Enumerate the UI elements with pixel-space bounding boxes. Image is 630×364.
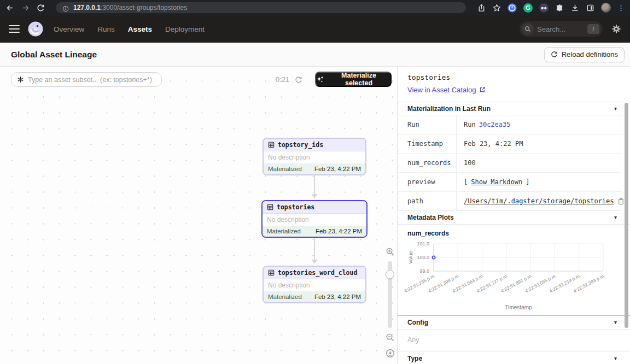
zoom-controls [383, 247, 397, 358]
reading-list-icon[interactable] [586, 3, 594, 12]
refresh-timer: 0:21 [276, 72, 302, 87]
asset-status-row: Materialized Feb 23, 4:22 PM [264, 163, 365, 174]
table-row: path /Users/tim/.dagster/storage/topstor… [398, 192, 621, 211]
search-shortcut-badge: / [587, 24, 599, 34]
section-type[interactable]: Type ▾ [398, 351, 630, 364]
section-materialization-last-run[interactable]: Materialization in Last Run ▾ [398, 102, 630, 115]
table-row: Timestamp Feb 23, 4:22 PM [398, 134, 621, 154]
metadata-plot-svg: 99.0100.0101.04:22:51.235 p.m.4:22:51.39… [398, 239, 630, 315]
copy-path-icon[interactable] [617, 198, 625, 205]
nav-menu-icon[interactable] [9, 25, 20, 33]
materialize-selected-button[interactable]: Materialize selected [315, 72, 392, 87]
nav-item-assets[interactable]: Assets [128, 25, 152, 33]
extension-grammarly-icon[interactable]: G [523, 3, 533, 13]
page-header: Global Asset Lineage Reload definitions [0, 43, 630, 67]
table-grid-icon [268, 269, 275, 276]
svg-text:100.0: 100.0 [417, 255, 429, 260]
extension-password-icon[interactable] [508, 3, 517, 13]
page-title: Global Asset Lineage [11, 50, 97, 60]
asset-status-row: Materialized Feb 23, 4:22 PM [262, 226, 366, 237]
bookmark-star-icon[interactable] [492, 3, 501, 12]
reload-page-icon[interactable] [36, 3, 45, 12]
status-badge: Materialized [267, 228, 301, 234]
refresh-icon[interactable] [295, 76, 302, 84]
extensions-puzzle-icon[interactable] [555, 3, 564, 12]
svg-text:99.0: 99.0 [419, 268, 429, 274]
browser-toolbar: 127.0.0.1:3000/asset-groups/topstories G… [0, 0, 630, 15]
view-in-asset-catalog-link[interactable]: View in Asset Catalog [407, 84, 486, 95]
asset-detail-panel: topstories View in Asset Catalog Materia… [397, 67, 630, 364]
svg-text:101.0: 101.0 [417, 241, 429, 246]
plot-metric-name: num_records [398, 225, 630, 239]
table-row: num_records 100 [398, 154, 621, 173]
zoom-slider[interactable] [388, 261, 392, 328]
asset-name: topstories_word_cloud [278, 269, 357, 277]
selected-asset-name: topstories [407, 73, 630, 83]
config-value: Any [398, 330, 630, 351]
external-link-icon [479, 86, 486, 93]
materialization-timestamp: Feb 23, 4:22 PM [314, 166, 361, 172]
run-id-link[interactable]: 30c2ea35 [479, 121, 511, 128]
reset-zoom-icon[interactable] [386, 349, 395, 358]
storage-path-link[interactable]: /Users/tim/.dagster/storage/topstories [464, 197, 614, 205]
materialization-table: Run Run 30c2ea35 Timestamp Feb 23, 4:22 … [398, 115, 621, 211]
nav-item-overview[interactable]: Overview [54, 25, 84, 33]
browser-menu-icon[interactable]: ⋮ [617, 4, 625, 12]
asset-graph-canvas[interactable]: 0:21 Materialize selected topstory_ids N… [0, 67, 397, 364]
back-icon[interactable] [5, 3, 14, 12]
nav-item-deployment[interactable]: Deployment [165, 25, 205, 33]
site-info-icon[interactable] [62, 4, 69, 11]
section-metadata-plots[interactable]: Metadata Plots ▾ [398, 211, 630, 225]
asset-subset-filter[interactable] [11, 72, 162, 87]
asset-description: No description [264, 279, 365, 291]
browser-profile-avatar[interactable] [601, 3, 611, 13]
svg-text:Timestamp: Timestamp [505, 304, 532, 310]
nav-item-runs[interactable]: Runs [97, 25, 115, 33]
show-markdown-link[interactable]: Show Markdown [471, 178, 522, 186]
asterisk-filter-icon [17, 76, 24, 83]
nav-items: Overview Runs Assets Deployment [54, 25, 205, 33]
app-navbar: Overview Runs Assets Deployment / [0, 15, 630, 43]
timer-countdown: 0:21 [276, 75, 289, 84]
caret-down-icon: ▾ [614, 320, 617, 325]
zoom-in-icon[interactable] [386, 247, 395, 256]
asset-subset-input[interactable] [28, 76, 156, 84]
materialization-timestamp: Feb 23, 4:22 PM [316, 228, 362, 234]
screen: 127.0.0.1:3000/asset-groups/topstories G… [0, 0, 630, 364]
asset-node-topstories[interactable]: topstories No description Materialized F… [261, 200, 368, 238]
zoom-slider-handle[interactable] [386, 270, 394, 279]
downloads-icon[interactable] [570, 3, 579, 12]
forward-icon[interactable] [21, 3, 30, 12]
settings-gear-icon[interactable] [611, 24, 621, 34]
asset-node-topstory-ids[interactable]: topstory_ids No description Materialized… [262, 138, 366, 175]
zoom-out-icon[interactable] [386, 333, 395, 342]
asset-node-header: topstories [262, 201, 366, 214]
reload-definitions-button[interactable]: Reload definitions [544, 47, 625, 62]
materialization-timestamp: Feb 23, 4:22 PM [314, 293, 361, 300]
panel-scrollbar-thumb[interactable] [625, 103, 628, 328]
metadata-plot: 99.0100.0101.04:22:51.235 p.m.4:22:51.39… [398, 239, 630, 315]
asset-node-header: topstories_word_cloud [264, 267, 365, 279]
share-icon[interactable] [477, 3, 486, 12]
table-grid-icon [268, 142, 275, 148]
sparkle-icon [316, 75, 324, 83]
address-bar[interactable]: 127.0.0.1:3000/asset-groups/topstories [56, 2, 466, 13]
url-text: 127.0.0.1:3000/asset-groups/topstories [73, 4, 187, 11]
status-badge: Materialized [268, 293, 302, 300]
caret-down-icon: ▾ [614, 356, 617, 361]
asset-status-row: Materialized Feb 23, 4:22 PM [264, 291, 365, 302]
asset-name: topstory_ids [278, 141, 323, 149]
dagster-logo[interactable] [27, 21, 44, 37]
caret-down-icon: ▾ [614, 215, 617, 220]
section-config[interactable]: Config ▾ [398, 316, 630, 330]
search-input[interactable] [537, 25, 581, 33]
asset-description: No description [262, 214, 366, 226]
svg-text:Value: Value [407, 251, 413, 264]
table-grid-icon [267, 204, 273, 210]
asset-node-topstories-word-cloud[interactable]: topstories_word_cloud No description Mat… [262, 266, 366, 303]
extension-glasses-icon[interactable] [539, 3, 549, 13]
asset-name: topstories [277, 203, 314, 211]
table-row: preview [Show Markdown] [398, 173, 621, 192]
global-search[interactable]: / [520, 21, 603, 37]
asset-node-header: topstory_ids [264, 139, 365, 151]
